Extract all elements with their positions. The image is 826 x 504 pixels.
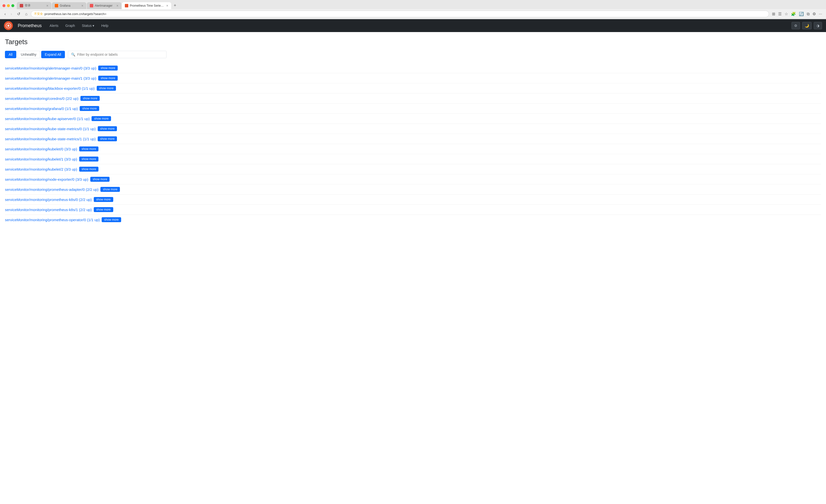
show-more-button-15[interactable]: show more xyxy=(102,217,121,222)
address-bar[interactable]: 不安全 prometheus.lan-he.com.cn/targets?sea… xyxy=(31,11,769,17)
tab-title-prometheus: Prometheus Time Series Collect... xyxy=(130,4,165,7)
target-item: serviceMonitor/monitoring/prometheus-k8s… xyxy=(5,195,821,205)
minimize-window-btn[interactable] xyxy=(7,4,10,7)
nav-alerts[interactable]: Alerts xyxy=(47,22,61,29)
target-item: serviceMonitor/monitoring/kubelet/2 (3/3… xyxy=(5,164,821,174)
target-link-10[interactable]: serviceMonitor/monitoring/kubelet/2 (3/3… xyxy=(5,167,77,171)
tab-title-alertmanager: Alertmanager xyxy=(95,4,115,7)
security-warning-icon: 不安全 xyxy=(34,12,43,16)
target-list: serviceMonitor/monitoring/alertmanager-m… xyxy=(5,63,821,225)
home-button[interactable]: ⌂ xyxy=(24,11,29,17)
dark-mode-button[interactable]: 🌙 xyxy=(802,22,812,29)
target-link-1[interactable]: serviceMonitor/monitoring/alertmanager-m… xyxy=(5,76,96,80)
target-link-4[interactable]: serviceMonitor/monitoring/grafana/0 (1/1… xyxy=(5,107,78,111)
prometheus-nav-links: Alerts Graph Status Help xyxy=(47,22,111,29)
browser-nav-bar: ‹ › ↺ ⌂ 不安全 prometheus.lan-he.com.cn/tar… xyxy=(0,9,826,19)
tab-close-alertmanager[interactable]: × xyxy=(116,4,118,8)
prometheus-brand: Prometheus xyxy=(18,23,42,28)
show-more-button-11[interactable]: show more xyxy=(90,177,110,182)
address-text: prometheus.lan-he.com.cn/targets?search= xyxy=(44,12,766,16)
filter-buttons: All Unhealthy Expand All xyxy=(5,51,65,58)
search-icon: 🔍 xyxy=(71,53,75,57)
target-link-13[interactable]: serviceMonitor/monitoring/prometheus-k8s… xyxy=(5,197,92,202)
target-link-9[interactable]: serviceMonitor/monitoring/kubelet/1 (3/3… xyxy=(5,157,77,161)
tab-grafana[interactable]: Grafana × xyxy=(52,2,86,9)
refresh-indicator[interactable]: 🔄 xyxy=(798,11,805,17)
tab-close-login[interactable]: × xyxy=(46,4,48,8)
target-link-8[interactable]: serviceMonitor/monitoring/kubelet/0 (3/3… xyxy=(5,147,77,151)
search-input[interactable] xyxy=(77,53,163,57)
filter-bar: All Unhealthy Expand All 🔍 xyxy=(5,51,821,58)
nav-status[interactable]: Status xyxy=(79,22,98,29)
target-link-5[interactable]: serviceMonitor/monitoring/kube-apiserver… xyxy=(5,117,90,121)
tab-favicon-login xyxy=(20,4,23,7)
target-link-11[interactable]: serviceMonitor/monitoring/node-exporter/… xyxy=(5,177,88,182)
browser-chrome: 登录 × Grafana × Alertmanager × Prometheus… xyxy=(0,0,826,19)
show-more-button-7[interactable]: show more xyxy=(98,136,117,141)
show-more-button-6[interactable]: show more xyxy=(98,126,117,131)
target-link-12[interactable]: serviceMonitor/monitoring/prometheus-ada… xyxy=(5,187,99,192)
reader-button[interactable]: ☰ xyxy=(777,11,782,17)
target-item: serviceMonitor/monitoring/kubelet/0 (3/3… xyxy=(5,144,821,154)
target-item: serviceMonitor/monitoring/grafana/0 (1/1… xyxy=(5,104,821,114)
filter-all-button[interactable]: All xyxy=(5,51,16,58)
show-more-button-12[interactable]: show more xyxy=(101,187,120,192)
target-item: serviceMonitor/monitoring/prometheus-ada… xyxy=(5,184,821,195)
target-link-6[interactable]: serviceMonitor/monitoring/kube-state-met… xyxy=(5,127,96,131)
show-more-button-9[interactable]: show more xyxy=(79,156,99,162)
show-more-button-3[interactable]: show more xyxy=(80,96,100,101)
page-content: Targets All Unhealthy Expand All 🔍 servi… xyxy=(0,32,826,231)
show-more-button-4[interactable]: show more xyxy=(80,106,99,111)
nav-help[interactable]: Help xyxy=(98,22,111,29)
target-link-3[interactable]: serviceMonitor/monitoring/coredns/0 (2/2… xyxy=(5,97,78,101)
reload-button[interactable]: ↺ xyxy=(15,11,22,17)
extensions-button[interactable]: 🧩 xyxy=(790,11,797,17)
target-link-0[interactable]: serviceMonitor/monitoring/alertmanager-m… xyxy=(5,66,96,70)
target-item: serviceMonitor/monitoring/alertmanager-m… xyxy=(5,73,821,83)
target-item: serviceMonitor/monitoring/node-exporter/… xyxy=(5,174,821,184)
theme-settings-button[interactable]: ⚙ xyxy=(791,22,800,29)
traffic-lights xyxy=(0,3,17,9)
menu-button[interactable]: ··· xyxy=(818,11,823,17)
target-item: serviceMonitor/monitoring/kube-state-met… xyxy=(5,124,821,134)
target-link-14[interactable]: serviceMonitor/monitoring/prometheus-k8s… xyxy=(5,208,92,212)
show-more-button-5[interactable]: show more xyxy=(92,116,111,121)
show-more-button-13[interactable]: show more xyxy=(94,197,113,202)
page-title: Targets xyxy=(5,38,821,46)
close-window-btn[interactable] xyxy=(2,4,5,7)
target-link-2[interactable]: serviceMonitor/monitoring/blackbox-expor… xyxy=(5,86,95,90)
forward-button[interactable]: › xyxy=(9,11,13,17)
tab-favicon-alertmanager xyxy=(90,4,93,7)
target-item: serviceMonitor/monitoring/kube-state-met… xyxy=(5,134,821,144)
tab-close-prometheus[interactable]: × xyxy=(166,4,168,8)
target-item: serviceMonitor/monitoring/prometheus-k8s… xyxy=(5,205,821,215)
maximize-window-btn[interactable] xyxy=(11,4,14,7)
tab-login[interactable]: 登录 × xyxy=(17,2,51,9)
contrast-button[interactable]: ◑ xyxy=(814,22,822,29)
translate-button[interactable]: ⊞ xyxy=(771,11,776,17)
tab-close-grafana[interactable]: × xyxy=(81,4,83,8)
show-more-button-10[interactable]: show more xyxy=(79,167,99,172)
prometheus-nav-right: ⚙ 🌙 ◑ xyxy=(791,22,822,29)
show-more-button-14[interactable]: show more xyxy=(94,207,113,212)
tab-alertmanager[interactable]: Alertmanager × xyxy=(87,2,121,9)
show-more-button-2[interactable]: show more xyxy=(97,86,116,91)
expand-all-button[interactable]: Expand All xyxy=(41,51,65,58)
tab-prometheus[interactable]: Prometheus Time Series Collect... × xyxy=(122,2,171,9)
collections-button[interactable]: ⧉ xyxy=(806,11,811,17)
nav-graph[interactable]: Graph xyxy=(62,22,78,29)
target-link-7[interactable]: serviceMonitor/monitoring/kube-state-met… xyxy=(5,137,96,141)
target-item: serviceMonitor/monitoring/kubelet/1 (3/3… xyxy=(5,154,821,164)
target-item: serviceMonitor/monitoring/alertmanager-m… xyxy=(5,63,821,73)
back-button[interactable]: ‹ xyxy=(3,11,7,17)
filter-unhealthy-button[interactable]: Unhealthy xyxy=(17,51,40,58)
favorites-button[interactable]: ☆ xyxy=(783,11,789,17)
target-item: serviceMonitor/monitoring/prometheus-ope… xyxy=(5,215,821,225)
show-more-button-8[interactable]: show more xyxy=(79,146,99,151)
tab-title-grafana: Grafana xyxy=(60,4,80,7)
show-more-button-0[interactable]: show more xyxy=(98,66,118,70)
target-link-15[interactable]: serviceMonitor/monitoring/prometheus-ope… xyxy=(5,218,100,222)
settings-button[interactable]: ⚙ xyxy=(812,11,817,17)
new-tab-button[interactable]: + xyxy=(172,2,178,9)
show-more-button-1[interactable]: show more xyxy=(98,76,118,81)
